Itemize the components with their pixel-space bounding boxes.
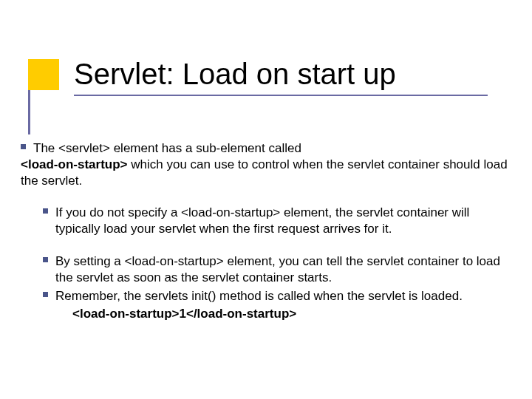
bullet-3-text: By setting a <load-on-startup> element, …	[55, 253, 508, 286]
bullet-icon	[43, 208, 48, 214]
bullet-2-text: If you do not specify a <load-on-startup…	[55, 205, 508, 237]
bullet-1: The <servlet> element has a sub-element …	[21, 140, 508, 188]
bullet-3: By setting a <load-on-startup> element, …	[21, 253, 508, 286]
bullet-4-text: Remember, the servlets init() method is …	[55, 288, 463, 304]
bullet-2: If you do not specify a <load-on-startup…	[21, 205, 508, 237]
title-block: Servlet: Load on start up	[0, 0, 532, 96]
bullet-icon	[21, 144, 26, 149]
bullet-1-bold: <load-on-startup>	[21, 157, 128, 171]
title-underline	[74, 95, 488, 96]
bullet-1-line1: The <servlet> element has a sub-element …	[33, 140, 301, 157]
accent-vertical-line	[28, 90, 30, 134]
content-area: The <servlet> element has a sub-element …	[21, 140, 508, 322]
slide: Servlet: Load on start up The <servlet> …	[0, 0, 532, 399]
bullet-icon	[43, 292, 48, 297]
bullet-4: Remember, the servlets init() method is …	[21, 288, 508, 304]
code-example: <load-on-startup>1</load-on-startup>	[21, 306, 508, 322]
accent-square	[28, 59, 59, 90]
bullet-icon	[43, 257, 48, 262]
slide-title: Servlet: Load on start up	[74, 58, 502, 90]
